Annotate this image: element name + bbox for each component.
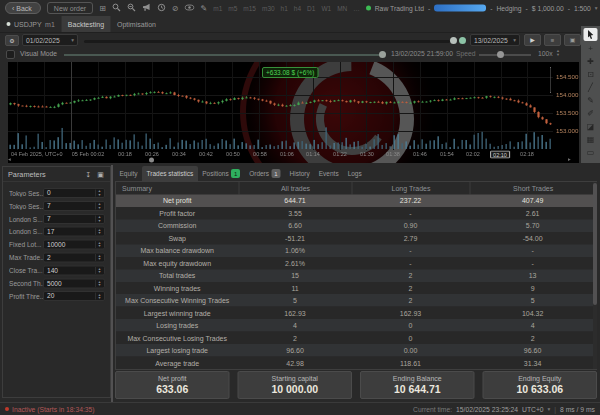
- playback-progress-track[interactable]: [64, 54, 380, 56]
- date-range-slider-track[interactable]: [84, 40, 450, 43]
- chart-scroll-left-icon[interactable]: ◂: [8, 156, 11, 163]
- stats-row[interactable]: Largest winning trade162.93162.93104.32: [116, 307, 596, 319]
- cursor-tool-button[interactable]: [584, 28, 598, 41]
- price-chart[interactable]: +633.08 $ (+6%) 04 Feb 2025, UTC+0 05 Fe…: [0, 62, 579, 163]
- timeframe-m1[interactable]: m1: [213, 4, 222, 12]
- chart-scroll-thumb[interactable]: [149, 158, 154, 163]
- start-date-select[interactable]: 01/02/2025▾: [22, 34, 78, 46]
- range-handle-end[interactable]: [459, 37, 466, 44]
- param-input[interactable]: 20▲▼: [43, 291, 105, 301]
- timeframe-h1[interactable]: h1: [281, 4, 288, 12]
- crosshair-tool-button[interactable]: +: [584, 42, 598, 54]
- chart-window-icon[interactable]: ⊞: [99, 4, 106, 12]
- timeframe-…[interactable]: …: [353, 4, 360, 12]
- results-tab-orders[interactable]: Orders1: [245, 166, 285, 181]
- back-button[interactable]: ‹ Back: [5, 2, 41, 14]
- timeframe-W1[interactable]: W1: [321, 4, 331, 12]
- stats-row[interactable]: Profit factor3.55-2.61: [116, 207, 596, 219]
- timezone-value[interactable]: UTC+0: [522, 405, 544, 413]
- param-spinner[interactable]: ▲▼: [95, 241, 103, 248]
- stats-row[interactable]: Winning trades1129: [116, 282, 596, 294]
- settings-gear-button[interactable]: ⚙: [5, 35, 19, 46]
- export-parameters-icon[interactable]: ▣: [96, 170, 105, 178]
- playback-progress-handle[interactable]: [379, 51, 386, 58]
- stats-row[interactable]: Swap-51.212.79-54.00: [116, 232, 596, 244]
- stats-row[interactable]: Commission6.600.905.70: [116, 219, 596, 231]
- marquee-tool-button[interactable]: ▭: [584, 146, 598, 158]
- param-spinner[interactable]: ▲▼: [95, 254, 103, 261]
- zoom-in-icon[interactable]: [127, 3, 136, 14]
- timeframe-m5[interactable]: m5: [228, 4, 237, 12]
- results-tab-trades-statistics[interactable]: Trades statistics: [142, 166, 198, 181]
- eye-icon[interactable]: [185, 4, 195, 13]
- chart-scale-widget[interactable]: [542, 67, 551, 93]
- stats-header-0[interactable]: Summary: [116, 184, 238, 192]
- save-button[interactable]: ▣: [564, 34, 581, 46]
- param-input[interactable]: 5000▲▼: [43, 278, 105, 288]
- frame-tool-button[interactable]: ⊡: [584, 68, 598, 80]
- timeframe-D1[interactable]: D1: [307, 4, 315, 12]
- account-info[interactable]: Raw Trading Ltd - - Hedging - $ 1,000.00…: [366, 4, 598, 12]
- tab-chart-usdjpy[interactable]: USDJPY m1: [0, 16, 61, 32]
- end-date-select[interactable]: 13/02/2025▾: [470, 34, 520, 46]
- param-spinner[interactable]: ▲▼: [95, 202, 103, 209]
- timeframe-m15[interactable]: m15: [243, 4, 256, 12]
- param-input[interactable]: 7▲▼: [43, 214, 105, 224]
- target-tool-button[interactable]: ✚: [584, 55, 598, 67]
- results-tab-events[interactable]: Events: [314, 166, 343, 181]
- param-input[interactable]: 10000▲▼: [43, 240, 105, 250]
- param-spinner[interactable]: ▲▼: [95, 215, 103, 222]
- speed-slider-track[interactable]: [479, 54, 531, 56]
- pencil-tool-button[interactable]: ✎: [584, 94, 598, 106]
- results-tab-logs[interactable]: Logs: [343, 166, 366, 181]
- stats-row[interactable]: Losing trades404: [116, 319, 596, 331]
- visual-mode-checkbox[interactable]: [6, 50, 15, 59]
- speed-stepper[interactable]: ▲▼: [556, 48, 560, 57]
- param-spinner[interactable]: ▲▼: [95, 293, 103, 300]
- import-parameters-icon[interactable]: ↧: [84, 170, 93, 178]
- timeframe-MN[interactable]: MN: [337, 4, 347, 12]
- stats-row[interactable]: Max balance drawdown1.06%--: [116, 244, 596, 256]
- stats-row[interactable]: Max Consecutive Winning Trades525: [116, 294, 596, 306]
- stop-button[interactable]: ■: [544, 34, 561, 46]
- tab-optimisation[interactable]: Optimisation: [111, 16, 163, 32]
- param-spinner[interactable]: ▲▼: [95, 190, 103, 197]
- results-tab-positions[interactable]: Positions1: [198, 166, 245, 181]
- stats-header-1[interactable]: All trades: [238, 182, 351, 194]
- results-tab-history[interactable]: History: [285, 166, 314, 181]
- stats-row[interactable]: Largest losing trade96.600.0096.60: [116, 344, 596, 356]
- param-spinner[interactable]: ▲▼: [95, 280, 103, 287]
- announcement-icon[interactable]: [142, 3, 151, 14]
- timeframe-m30[interactable]: m30: [262, 4, 275, 12]
- param-input[interactable]: 0▲▼: [43, 188, 105, 198]
- stats-row[interactable]: Net profit644.71237.22407.49: [116, 194, 596, 206]
- disable-icon[interactable]: ⊘: [172, 4, 179, 12]
- stats-header-2[interactable]: Long Trades: [352, 182, 470, 194]
- play-button[interactable]: ▶: [524, 34, 541, 46]
- eraser-tool-button[interactable]: ◪: [584, 120, 598, 132]
- tab-backtesting[interactable]: Backtesting: [61, 16, 110, 32]
- pattern-tool-button[interactable]: ▦: [584, 133, 598, 145]
- alarm-icon[interactable]: [157, 3, 166, 14]
- chart-scroll-right-icon[interactable]: ▸: [568, 156, 571, 163]
- timeframe-h4[interactable]: h4: [294, 4, 301, 12]
- range-handle-start[interactable]: [450, 37, 457, 44]
- param-spinner[interactable]: ▲▼: [95, 228, 103, 235]
- stats-row[interactable]: Max Consecutive Losing Trades202: [116, 332, 596, 344]
- table-scrollbar-thumb[interactable]: [593, 183, 597, 305]
- param-spinner[interactable]: ▲▼: [95, 267, 103, 274]
- results-tab-equity[interactable]: Equity: [115, 166, 142, 181]
- zoom-out-icon[interactable]: [112, 3, 121, 14]
- stats-row[interactable]: Total trades15213: [116, 269, 596, 281]
- param-input[interactable]: 140▲▼: [43, 265, 105, 275]
- new-order-button[interactable]: New order: [47, 2, 93, 14]
- stats-header-3[interactable]: Short Trades: [469, 182, 596, 194]
- speed-slider-handle[interactable]: [497, 51, 504, 58]
- stats-row[interactable]: Average trade42.98118.6131.34: [116, 357, 596, 369]
- trendline-tool-button[interactable]: ╱: [584, 81, 598, 93]
- param-input[interactable]: 2▲▼: [43, 253, 105, 263]
- stats-row[interactable]: Max equity drawdown2.61%--: [116, 257, 596, 269]
- brush-tool-button[interactable]: ✐: [584, 107, 598, 119]
- table-scrollbar[interactable]: [593, 182, 597, 369]
- edit-chart-icon[interactable]: ✎: [201, 4, 208, 12]
